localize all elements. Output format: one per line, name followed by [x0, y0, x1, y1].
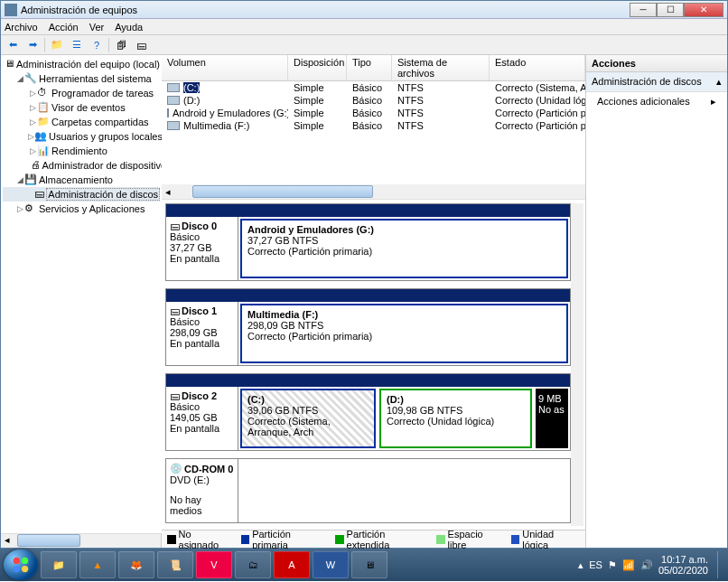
tray-clock[interactable]: 10:17 a.m. 05/02/2020 — [658, 554, 712, 576]
expander-icon[interactable]: ▷ — [28, 89, 37, 98]
part-size: 37,27 GB NTFS — [247, 235, 561, 246]
taskbar-app-explorer[interactable]: 📁 — [41, 551, 77, 578]
col-estado[interactable]: Estado — [490, 55, 585, 80]
taskbar[interactable]: 📁 ▲ 🦊 📜 V 🗂 A W 🖥 ▴ ES ⚑ 📶 🔊 10:17 a.m. … — [0, 549, 728, 581]
taskbar-app-mgmt[interactable]: 🖥 — [351, 551, 387, 578]
tree-discos[interactable]: 🖴 Administración de discos — [3, 187, 160, 202]
disk-info[interactable]: 💿CD-ROM 0DVD (E:)No hay medios — [166, 459, 238, 522]
expander-icon[interactable]: ▷ — [28, 117, 37, 127]
tree-root[interactable]: 🖥 Administración del equipo (local) — [3, 57, 160, 71]
tree-label: Servicios y Aplicaciones — [39, 203, 145, 214]
tray-chevron-icon[interactable]: ▴ — [578, 559, 583, 571]
vol-name: (D:) — [162, 95, 288, 106]
part-title: Android y Emuladores (G:) — [247, 224, 561, 235]
menu-ver[interactable]: Ver — [89, 22, 105, 33]
disk-info[interactable]: 🖴Disco 0Básico37,27 GBEn pantalla — [166, 217, 238, 280]
expander-icon[interactable]: ◢ — [15, 175, 24, 184]
tray-lang[interactable]: ES — [589, 559, 602, 570]
partition[interactable]: Multimedia (F:)298,09 GB NTFSCorrecto (P… — [240, 304, 568, 363]
partition[interactable]: Android y Emuladores (G:)37,27 GB NTFSCo… — [240, 219, 568, 278]
menu-archivo[interactable]: Archivo — [5, 22, 38, 33]
disk-status: En pantalla — [170, 253, 234, 264]
part-size: 109,98 GB NTFS — [387, 405, 525, 416]
taskbar-app-python[interactable]: 📜 — [157, 551, 193, 578]
expander-icon[interactable]: ◢ — [15, 74, 24, 83]
tree-hscrollbar[interactable]: ◂ — [1, 533, 161, 548]
tree-dispositivos[interactable]: 🖨 Administrador de dispositivos — [3, 158, 160, 173]
refresh-button[interactable]: 🗐 — [113, 37, 129, 53]
partition[interactable]: (C:)39,06 GB NTFSCorrecto (Sistema, Arra… — [240, 389, 376, 448]
tree-herramientas[interactable]: ◢ 🔧 Herramientas del sistema — [3, 71, 160, 86]
tray-flag-icon[interactable]: ⚑ — [608, 559, 617, 571]
scheduler-icon: ⏱ — [37, 87, 50, 99]
tree-almacenamiento[interactable]: ◢ 💾 Almacenamiento — [3, 173, 160, 187]
svg-point-3 — [22, 566, 28, 572]
taskbar-app-word[interactable]: W — [313, 551, 349, 578]
expander-icon[interactable]: ▷ — [28, 132, 34, 141]
taskbar-app-files[interactable]: 🗂 — [235, 551, 271, 578]
taskbar-app-firefox[interactable]: 🦊 — [118, 551, 154, 578]
partition[interactable]: 9 MBNo as — [536, 389, 568, 448]
taskbar-app-vlc[interactable]: ▲ — [79, 551, 116, 578]
close-button[interactable]: ✕ — [684, 3, 723, 17]
menu-ayuda[interactable]: Ayuda — [115, 22, 143, 33]
expander-icon[interactable]: ▷ — [28, 103, 37, 112]
expander-icon[interactable]: ▷ — [28, 146, 37, 155]
col-sistema[interactable]: Sistema de archivos — [392, 55, 490, 80]
disk-info[interactable]: 🖴Disco 2Básico149,05 GBEn pantalla — [166, 387, 238, 450]
tray-network-icon[interactable]: 📶 — [622, 559, 635, 571]
minimize-button[interactable]: ─ — [630, 3, 657, 17]
help-button[interactable]: ? — [89, 37, 105, 53]
disk-tool-button[interactable]: 🖴 — [133, 37, 149, 53]
tree-rendimiento[interactable]: ▷ 📊 Rendimiento — [3, 144, 160, 158]
taskbar-app-adobe[interactable]: A — [274, 551, 310, 578]
volume-row[interactable]: Android y Emuladores (G:)SimpleBásicoNTF… — [162, 107, 585, 119]
volume-row[interactable]: (D:)SimpleBásicoNTFSCorrecto (Unidad lóg… — [162, 94, 585, 107]
chevron-right-icon: ▸ — [711, 96, 716, 108]
expander-icon[interactable]: ▷ — [15, 204, 24, 213]
col-volumen[interactable]: Volumen — [162, 55, 288, 80]
disk-info[interactable]: 🖴Disco 1Básico298,09 GBEn pantalla — [166, 302, 238, 365]
menubar: Archivo Acción Ver Ayuda — [1, 19, 727, 35]
disk-vscrollbar[interactable] — [571, 203, 583, 526]
volume-row[interactable]: (C:)SimpleBásicoNTFSCorrecto (Sistema, A… — [162, 81, 585, 94]
svg-point-0 — [14, 558, 20, 564]
legend-label: Partición extendida — [347, 529, 427, 550]
taskbar-app-vivaldi[interactable]: V — [196, 551, 232, 578]
disk-block[interactable]: 🖴Disco 0Básico37,27 GBEn pantallaAndroid… — [165, 203, 571, 281]
tray-volume-icon[interactable]: 🔊 — [640, 559, 653, 571]
menu-accion[interactable]: Acción — [49, 22, 79, 33]
system-tray[interactable]: ▴ ES ⚑ 📶 🔊 10:17 a.m. 05/02/2020 — [578, 551, 724, 578]
vol-name: (C:) — [162, 82, 288, 93]
volume-row[interactable]: Multimedia (F:)SimpleBásicoNTFSCorrecto … — [162, 119, 585, 132]
maximize-button[interactable]: ☐ — [657, 3, 684, 17]
col-tipo[interactable]: Tipo — [347, 55, 392, 80]
tree-label: Visor de eventos — [51, 102, 126, 113]
disk-pane[interactable]: 🖴Disco 0Básico37,27 GBEn pantallaAndroid… — [162, 200, 585, 530]
start-button[interactable] — [4, 549, 38, 580]
disk-block[interactable]: 🖴Disco 1Básico298,09 GBEn pantallaMultim… — [165, 288, 571, 366]
props-button[interactable]: ☰ — [69, 37, 85, 53]
tree-usuarios[interactable]: ▷ 👥 Usuarios y grupos locales — [3, 129, 160, 144]
tree-carpetas[interactable]: ▷ 📁 Carpetas compartidas — [3, 115, 160, 129]
tree-programador[interactable]: ▷ ⏱ Programador de tareas — [3, 86, 160, 100]
volume-hscrollbar[interactable]: ◂ — [162, 184, 585, 199]
part-state: Correcto (Partición primaria) — [247, 331, 561, 342]
back-button[interactable]: ⬅ — [5, 37, 21, 53]
tree-servicios[interactable]: ▷ ⚙ Servicios y Aplicaciones — [3, 202, 160, 216]
disk-block[interactable]: 💿CD-ROM 0DVD (E:)No hay medios — [165, 458, 571, 523]
tree-pane[interactable]: 🖥 Administración del equipo (local) ◢ 🔧 … — [1, 55, 162, 533]
actions-additional[interactable]: Acciones adicionales ▸ — [586, 92, 727, 111]
disk-name: Disco 2 — [182, 390, 217, 401]
vol-fs: NTFS — [392, 82, 490, 93]
col-disposicion[interactable]: Disposición — [288, 55, 347, 80]
show-desktop-button[interactable] — [717, 551, 724, 578]
up-button[interactable]: 📁 — [49, 37, 65, 53]
actions-disk-mgmt[interactable]: Administración de discos ▴ — [586, 72, 727, 92]
forward-button[interactable]: ➡ — [24, 37, 41, 53]
tree-visor[interactable]: ▷ 📋 Visor de eventos — [3, 100, 160, 115]
disk-block[interactable]: 🖴Disco 2Básico149,05 GBEn pantalla (C:)3… — [165, 373, 571, 451]
partition[interactable]: (D:)109,98 GB NTFSCorrecto (Unidad lógic… — [379, 389, 532, 448]
titlebar[interactable]: Administración de equipos ─ ☐ ✕ — [1, 1, 727, 19]
disk-size: 149,05 GB — [170, 412, 234, 423]
